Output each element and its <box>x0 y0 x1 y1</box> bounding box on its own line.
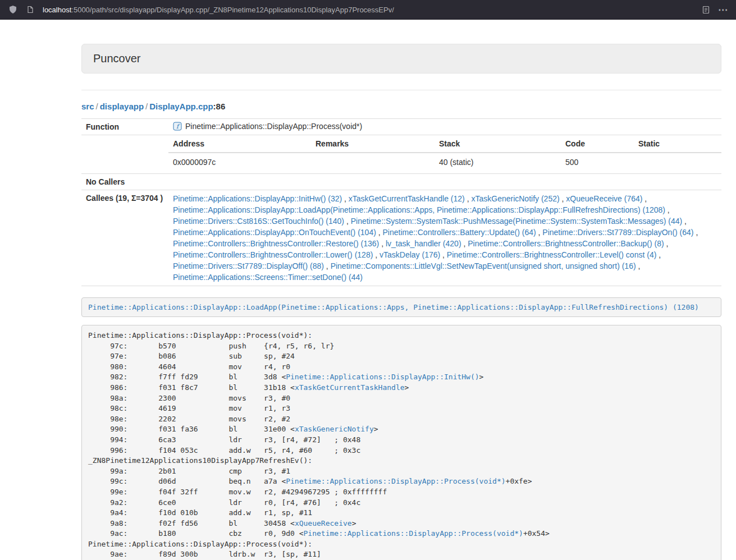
main-content: Puncover src/displayapp/DisplayApp.cpp:8… <box>81 44 721 560</box>
shield-icon[interactable] <box>7 3 19 16</box>
breadcrumb-item-file[interactable]: DisplayApp.cpp <box>149 102 213 111</box>
callee-link[interactable]: Pinetime::System::SystemTask::PushMessag… <box>351 217 683 226</box>
browser-chrome: localhost:5000/path/src/displayapp/Displ… <box>0 0 736 20</box>
callee-link[interactable]: xTaskGenericNotify (252) <box>471 194 559 203</box>
more-menu-icon[interactable]: ⋯ <box>717 3 729 16</box>
page-header: Puncover <box>81 44 721 74</box>
callee-separator: , <box>342 194 349 203</box>
callee-link[interactable]: Pinetime::Applications::DisplayApp::Init… <box>173 194 342 203</box>
highlighted-callee: Pinetime::Applications::DisplayApp::Load… <box>81 297 721 317</box>
callees-row-label: Callees (19, Σ=3704 ) <box>81 190 168 286</box>
callee-link[interactable]: Pinetime::Controllers::Battery::Update()… <box>383 228 536 237</box>
table-row: Function f Pinetime::Applications::Displ… <box>81 119 721 135</box>
disassembly-symbol-link[interactable]: xTaskGenericNotify <box>295 425 374 433</box>
callee-link[interactable]: Pinetime::Components::LittleVgl::SetNewT… <box>331 261 636 270</box>
col-remarks: Remarks <box>311 135 435 153</box>
callee-separator: , <box>465 194 472 203</box>
col-address: Address <box>168 135 311 153</box>
callee-link[interactable]: lv_task_handler (420) <box>386 239 461 248</box>
function-row-label: Function <box>81 119 168 135</box>
col-stack: Stack <box>435 135 561 153</box>
breadcrumb: src/displayapp/DisplayApp.cpp:86 <box>81 102 721 111</box>
disassembly-symbol-link[interactable]: Pinetime::Applications::DisplayApp::Init… <box>286 373 479 381</box>
callee-separator: , <box>461 239 468 248</box>
table-row: No Callers <box>81 174 721 190</box>
callee-link[interactable]: xQueueReceive (764) <box>566 194 642 203</box>
callee-link[interactable]: vTaskDelay (176) <box>380 250 440 259</box>
disassembly-symbol-link[interactable]: Pinetime::Applications::DisplayApp::Proc… <box>304 529 523 538</box>
breadcrumb-separator: / <box>94 102 100 111</box>
callee-separator: , <box>656 250 661 259</box>
breadcrumb-item-displayapp[interactable]: displayapp <box>100 102 144 111</box>
disassembly-symbol-link[interactable]: xTaskGetCurrentTaskHandle <box>295 383 405 392</box>
url-bar[interactable]: localhost:5000/path/src/displayapp/Displ… <box>43 6 394 14</box>
reader-view-icon[interactable] <box>700 3 712 16</box>
callee-separator: , <box>344 217 351 226</box>
breadcrumb-line-number: :86 <box>213 102 226 111</box>
disassembly-symbol-link[interactable]: Pinetime::Applications::DisplayApp::Proc… <box>286 477 505 485</box>
table-row: Callees (19, Σ=3704 ) Pinetime::Applicat… <box>81 190 721 286</box>
callee-separator: , <box>379 239 386 248</box>
detail-header-row: Address Remarks Stack Code Static <box>168 135 721 153</box>
callee-link[interactable]: Pinetime::Drivers::Cst816S::GetTouchInfo… <box>173 217 344 226</box>
callee-link[interactable]: Pinetime::Controllers::BrightnessControl… <box>173 239 379 248</box>
callee-separator: , <box>694 228 698 237</box>
function-name: Pinetime::Applications::DisplayApp::Proc… <box>185 122 362 131</box>
stack-value: 40 (static) <box>435 153 561 173</box>
callee-separator: , <box>440 250 447 259</box>
disassembly-symbol-link[interactable]: xQueueReceive <box>295 519 352 527</box>
callee-link[interactable]: Pinetime::Applications::DisplayApp::OnTo… <box>173 228 376 237</box>
url-path: :5000/path/src/displayapp/DisplayApp.cpp… <box>71 6 394 14</box>
code-value: 500 <box>561 153 634 173</box>
detail-value-row: 0x0000097c 40 (static) 500 <box>168 153 721 173</box>
callee-separator: , <box>642 194 647 203</box>
table-row: Address Remarks Stack Code Static 0x0000… <box>81 135 721 174</box>
col-static: Static <box>634 135 721 153</box>
divider <box>81 90 721 90</box>
function-table: Function f Pinetime::Applications::Displ… <box>81 118 721 286</box>
callee-separator: , <box>682 217 687 226</box>
callee-separator: , <box>376 228 383 237</box>
no-callers-value <box>168 174 721 190</box>
callee-separator: , <box>664 239 669 248</box>
remarks-value <box>311 153 435 173</box>
callee-separator: , <box>373 250 380 259</box>
callee-link[interactable]: Pinetime::Controllers::BrightnessControl… <box>447 250 656 259</box>
callee-separator: , <box>536 228 543 237</box>
callee-link[interactable]: xTaskGetCurrentTaskHandle (12) <box>349 194 465 203</box>
empty-row-label <box>81 135 168 174</box>
static-value <box>634 153 721 173</box>
disassembly: Pinetime::Applications::DisplayApp::Proc… <box>81 325 721 560</box>
col-code: Code <box>561 135 634 153</box>
breadcrumb-separator: / <box>144 102 149 111</box>
callee-separator: , <box>665 205 670 214</box>
no-callers-label: No Callers <box>81 174 168 190</box>
callee-link[interactable]: Pinetime::Drivers::St7789::DisplayOff() … <box>173 261 324 270</box>
callee-separator: , <box>636 261 641 270</box>
callee-link[interactable]: Pinetime::Applications::DisplayApp::Load… <box>173 205 665 214</box>
callee-separator: , <box>560 194 566 203</box>
function-detail-table: Address Remarks Stack Code Static 0x0000… <box>168 135 721 173</box>
callees-list: Pinetime::Applications::DisplayApp::Init… <box>173 193 717 283</box>
page-title: Puncover <box>93 52 141 65</box>
callee-link[interactable]: Pinetime::Applications::Screens::Timer::… <box>173 273 363 282</box>
page-icon[interactable] <box>24 3 36 16</box>
highlighted-callee-link[interactable]: Pinetime::Applications::DisplayApp::Load… <box>88 303 699 311</box>
address-value: 0x0000097c <box>168 153 311 173</box>
function-icon: f <box>173 122 182 131</box>
callee-link[interactable]: Pinetime::Controllers::BrightnessControl… <box>468 239 664 248</box>
callee-separator: , <box>324 261 331 270</box>
callee-link[interactable]: Pinetime::Controllers::BrightnessControl… <box>173 250 373 259</box>
breadcrumb-item-src[interactable]: src <box>81 102 94 111</box>
callee-link[interactable]: Pinetime::Drivers::St7789::DisplayOn() (… <box>542 228 693 237</box>
url-host: localhost <box>43 6 71 14</box>
